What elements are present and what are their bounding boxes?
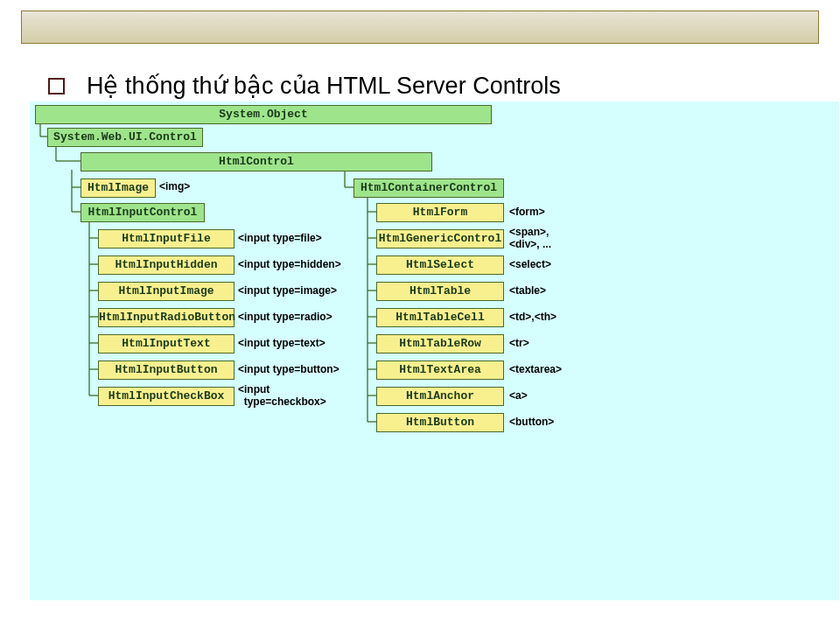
tag-right-2: <select> <box>509 258 551 270</box>
node-right-4: HtmlTableCell <box>376 308 504 327</box>
slide-title: Hệ thống thứ bậc của HTML Server Control… <box>87 72 561 100</box>
node-system-web-ui-control: System.Web.UI.Control <box>47 128 203 147</box>
node-htmlcontainercontrol: HtmlContainerControl <box>354 178 504 198</box>
tag-htmlimage: <img> <box>159 180 190 192</box>
node-left-5: HtmlInputButton <box>98 360 234 380</box>
title-row: Hệ thống thứ bậc của HTML Server Control… <box>48 72 814 100</box>
tag-left-0: <input type=file> <box>238 232 322 244</box>
tag-right-0: <form> <box>509 206 545 218</box>
tag-left-4: <input type=text> <box>238 337 326 349</box>
tag-right-5: <tr> <box>509 337 529 349</box>
node-right-8: HtmlButton <box>376 413 504 432</box>
slide-page: Hệ thống thứ bậc của HTML Server Control… <box>0 0 840 630</box>
node-left-6: HtmlInputCheckBox <box>98 387 234 406</box>
tag-left-5: <input type=button> <box>238 363 340 375</box>
tag-right-3: <table> <box>509 284 546 297</box>
node-system-object: System.Object <box>35 105 492 124</box>
tag-left-1: <input type=hidden> <box>238 258 341 270</box>
tag-left-2: <input type=image> <box>238 284 337 297</box>
bullet-icon <box>48 78 65 94</box>
diagram-canvas: System.Object System.Web.UI.Control Html… <box>30 102 839 600</box>
tag-right-8: <button> <box>509 416 554 428</box>
tag-left-3: <input type=radio> <box>238 311 332 323</box>
node-htmlimage: HtmlImage <box>80 178 156 198</box>
node-htmlcontrol: HtmlControl <box>80 152 432 172</box>
tag-right-7: <a> <box>509 389 528 402</box>
node-right-5: HtmlTableRow <box>376 334 504 354</box>
node-left-3: HtmlInputRadioButton <box>98 308 234 327</box>
node-right-7: HtmlAnchor <box>376 387 504 406</box>
tag-right-6: <textarea> <box>509 363 562 375</box>
node-left-2: HtmlInputImage <box>98 282 234 301</box>
node-right-0: HtmlForm <box>376 203 504 222</box>
top-band <box>21 10 819 44</box>
tag-right-4: <td>,<th> <box>509 311 556 323</box>
tag-left-6: <input type=checkbox> <box>238 383 326 408</box>
node-right-1: HtmlGenericControl <box>376 229 504 248</box>
node-left-0: HtmlInputFile <box>98 229 234 248</box>
node-right-3: HtmlTable <box>376 282 504 301</box>
tag-right-1: <span>, <div>, ... <box>509 226 551 250</box>
node-htmlinputcontrol: HtmlInputControl <box>80 203 205 222</box>
node-left-1: HtmlInputHidden <box>98 256 234 275</box>
node-right-2: HtmlSelect <box>376 256 504 275</box>
node-left-4: HtmlInputText <box>98 334 234 354</box>
node-right-6: HtmlTextArea <box>376 360 504 380</box>
